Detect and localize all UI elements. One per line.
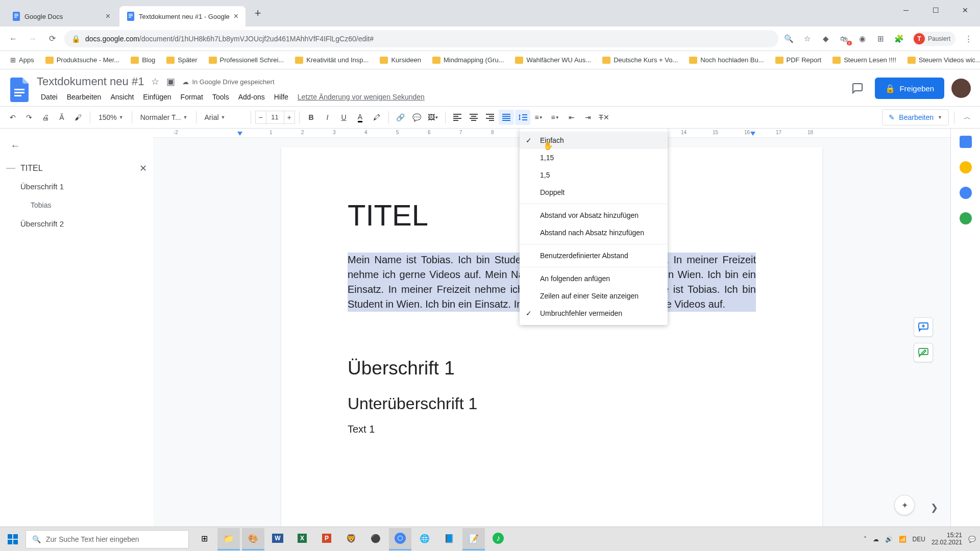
apps-shortcut[interactable]: ⊞Apps	[6, 54, 38, 66]
font-size-value[interactable]: 11	[266, 111, 284, 124]
taskbar-app-paint[interactable]: 🎨	[242, 528, 264, 550]
spellcheck-button[interactable]: Ă	[54, 110, 69, 125]
taskbar-app-obs[interactable]: ⚫	[364, 528, 387, 550]
keep-icon[interactable]	[960, 161, 972, 173]
extension-icon[interactable]: ⊞	[875, 33, 887, 44]
bookmark-item[interactable]: Wahlfächer WU Aus...	[511, 54, 595, 66]
bookmark-item[interactable]: Professionell Schrei...	[205, 54, 288, 66]
menu-item-single[interactable]: ✓ Einfach ✋	[520, 132, 668, 149]
insert-link-button[interactable]: 🔗	[393, 110, 408, 125]
forward-button[interactable]: →	[26, 32, 40, 46]
tray-volume-icon[interactable]: 🔊	[885, 536, 893, 543]
bookmark-item[interactable]: Produktsuche - Mer...	[41, 54, 124, 66]
close-window-button[interactable]: ✕	[950, 0, 980, 20]
redo-button[interactable]: ↷	[21, 110, 37, 125]
numbered-list-button[interactable]: ≡▼	[531, 110, 547, 125]
new-tab-button[interactable]: +	[250, 5, 266, 21]
close-icon[interactable]: ×	[106, 12, 110, 21]
extensions-menu-icon[interactable]: 🧩	[894, 33, 905, 44]
menu-file[interactable]: Datei	[37, 91, 62, 103]
tasks-icon[interactable]	[960, 187, 972, 199]
star-icon[interactable]: ☆	[151, 76, 159, 87]
italic-button[interactable]: I	[320, 110, 335, 125]
font-size-decrease[interactable]: −	[255, 111, 266, 124]
back-button[interactable]: ←	[6, 32, 20, 46]
font-size-increase[interactable]: +	[284, 111, 295, 124]
extension-icon[interactable]: ◉	[857, 33, 868, 44]
add-comment-button[interactable]	[914, 317, 933, 337]
taskbar-app-powerpoint[interactable]: P	[315, 528, 338, 550]
save-status[interactable]: ☁In Google Drive gespeichert	[182, 78, 274, 86]
user-avatar[interactable]	[951, 79, 971, 98]
close-icon[interactable]: ×	[234, 12, 238, 21]
calendar-icon[interactable]	[960, 136, 972, 148]
menu-addons[interactable]: Add-ons	[234, 91, 269, 103]
insert-image-button[interactable]: 🖼▼	[426, 110, 441, 125]
minimize-button[interactable]: ─	[891, 0, 921, 20]
outline-item[interactable]: Überschrift 1	[6, 177, 147, 196]
menu-item-keep-lines[interactable]: Zeilen auf einer Seite anzeigen	[520, 287, 668, 305]
zoom-select[interactable]: 150%▼	[94, 110, 128, 125]
bookmark-item[interactable]: Blog	[127, 54, 159, 66]
taskbar-app-edge[interactable]: 🌐	[413, 528, 436, 550]
bookmark-item[interactable]: Steuern Videos wic...	[903, 54, 980, 66]
indent-marker[interactable]	[237, 132, 242, 136]
show-side-panel-button[interactable]: ❯	[930, 502, 938, 513]
right-indent-marker[interactable]	[750, 132, 755, 136]
extension-icon[interactable]: 🛍2	[839, 33, 850, 44]
paint-format-button[interactable]: 🖌	[70, 110, 86, 125]
edit-mode-select[interactable]: ✎ Bearbeiten ▼	[882, 109, 949, 126]
underline-button[interactable]: U	[336, 110, 352, 125]
bookmark-item[interactable]: Noch hochladen Bu...	[685, 54, 768, 66]
tray-expand-icon[interactable]: ˄	[864, 536, 867, 543]
align-justify-button[interactable]	[499, 110, 514, 125]
menu-item-prevent-break[interactable]: ✓ Umbruchfehler vermeiden	[520, 305, 668, 322]
taskbar-app-brave[interactable]: 🦁	[340, 528, 362, 550]
taskbar-app-notepad[interactable]: 📝	[462, 528, 485, 550]
menu-tools[interactable]: Tools	[208, 91, 233, 103]
outline-title[interactable]: TITEL	[20, 164, 139, 173]
tray-notifications-icon[interactable]: 💬	[968, 536, 976, 543]
bulleted-list-button[interactable]: ≡▼	[548, 110, 563, 125]
taskbar-search[interactable]: 🔍 Zur Suche Text hier eingeben	[26, 530, 189, 548]
menu-edit[interactable]: Bearbeiten	[63, 91, 106, 103]
docs-logo[interactable]	[9, 77, 30, 103]
document-title[interactable]: Textdokument neu #1	[37, 75, 144, 88]
star-icon[interactable]: ☆	[802, 33, 813, 44]
highlight-button[interactable]: 🖍	[369, 110, 384, 125]
taskbar-app-spotify[interactable]: ♪	[487, 528, 509, 550]
last-edit-link[interactable]: Letzte Änderung vor wenigen Sekunden	[293, 91, 429, 103]
paragraph-style-select[interactable]: Normaler T...▼	[136, 110, 192, 125]
document-heading-1[interactable]: Überschrift 1	[348, 358, 756, 379]
align-center-button[interactable]	[466, 110, 481, 125]
menu-help[interactable]: Hilfe	[270, 91, 292, 103]
line-spacing-button[interactable]	[515, 110, 530, 125]
bookmark-item[interactable]: Später	[162, 54, 201, 66]
insert-comment-button[interactable]: 💬	[409, 110, 425, 125]
bookmark-item[interactable]: Kursideen	[376, 54, 425, 66]
suggest-edit-button[interactable]	[914, 343, 933, 362]
url-input[interactable]: 🔒 docs.google.com/document/d/1hUH8k6h7Lb…	[64, 30, 778, 47]
outline-item[interactable]: Überschrift 2	[6, 214, 147, 233]
collapse-toolbar-button[interactable]: ︿	[960, 113, 975, 122]
tray-language[interactable]: DEU	[913, 536, 925, 543]
maximize-button[interactable]: ☐	[921, 0, 950, 20]
maps-icon[interactable]	[960, 212, 972, 224]
text-color-button[interactable]: A	[353, 110, 368, 125]
font-select[interactable]: Arial▼	[201, 110, 247, 125]
document-subheading[interactable]: Unterüberschrift 1	[348, 394, 756, 413]
menu-insert[interactable]: Einfügen	[139, 91, 175, 103]
comments-icon[interactable]	[847, 78, 868, 98]
menu-item-space-before[interactable]: Abstand vor Absatz hinzufügen	[520, 207, 668, 224]
move-to-drive-icon[interactable]: ▣	[166, 76, 175, 87]
menu-item-space-after[interactable]: Abstand nach Absatz hinzufügen	[520, 224, 668, 241]
bookmark-item[interactable]: Steuern Lesen !!!!	[828, 54, 900, 66]
decrease-indent-button[interactable]: ⇤	[564, 110, 579, 125]
menu-item-115[interactable]: 1,15	[520, 149, 668, 166]
document-text[interactable]: Text 1	[348, 423, 756, 435]
align-left-button[interactable]	[450, 110, 465, 125]
bookmark-item[interactable]: PDF Report	[771, 54, 826, 66]
bookmark-item[interactable]: Mindmapping (Gru...	[428, 54, 508, 66]
browser-tab-1[interactable]: Google Docs ×	[5, 6, 117, 27]
task-view-button[interactable]: ⊞	[193, 528, 215, 550]
